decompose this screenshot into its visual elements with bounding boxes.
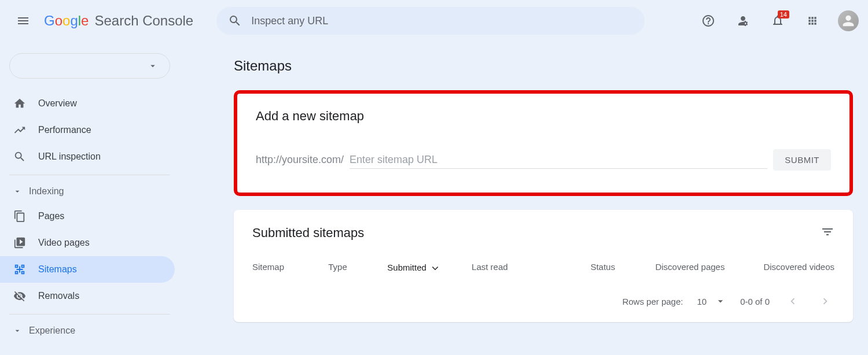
property-selector[interactable] xyxy=(9,53,170,79)
sidebar-section-experience[interactable]: Experience xyxy=(0,319,179,342)
trend-icon xyxy=(13,124,27,136)
users-icon[interactable] xyxy=(729,7,757,35)
sidebar-item-video-pages[interactable]: Video pages xyxy=(0,230,175,256)
avatar[interactable] xyxy=(838,10,859,31)
sidebar-section-indexing[interactable]: Indexing xyxy=(0,180,179,203)
url-prefix: http://yoursite.com/ xyxy=(256,154,344,166)
sidebar-item-overview[interactable]: Overview xyxy=(0,90,175,117)
chevron-down-icon xyxy=(13,187,22,196)
th-sitemap[interactable]: Sitemap xyxy=(252,262,328,272)
sidebar-item-label: URL inspection xyxy=(38,151,101,162)
sidebar-item-label: Performance xyxy=(38,125,91,135)
rows-per-page-select[interactable]: 10 xyxy=(697,295,726,307)
submitted-sitemaps-card: Submitted sitemaps Sitemap Type Submitte… xyxy=(234,210,853,322)
chevron-down-icon xyxy=(13,326,22,335)
sidebar-item-sitemaps[interactable]: Sitemaps xyxy=(0,256,175,283)
video-icon xyxy=(13,236,27,249)
add-sitemap-card: Add a new sitemap http://yoursite.com/ S… xyxy=(237,94,849,193)
table-footer: Rows per page: 10 0-0 of 0 xyxy=(252,282,834,314)
search-input[interactable]: Inspect any URL xyxy=(216,7,645,35)
sidebar-item-label: Pages xyxy=(38,211,64,221)
th-discovered-pages[interactable]: Discovered pages xyxy=(615,262,725,272)
sidebar-item-performance[interactable]: Performance xyxy=(0,117,175,143)
chevron-down-icon xyxy=(148,61,158,71)
submit-button[interactable]: SUBMIT xyxy=(773,149,831,171)
pagination-range: 0-0 of 0 xyxy=(740,297,770,306)
filter-icon[interactable] xyxy=(821,225,834,241)
sidebar-item-url-inspection[interactable]: URL inspection xyxy=(0,143,175,170)
arrow-down-icon xyxy=(430,262,440,272)
submitted-heading: Submitted sitemaps xyxy=(252,225,364,241)
menu-icon[interactable] xyxy=(9,7,37,35)
th-status[interactable]: Status xyxy=(547,262,615,272)
sidebar-item-pages[interactable]: Pages xyxy=(0,203,175,230)
page-title: Sitemaps xyxy=(234,58,853,74)
sidebar-item-label: Sitemaps xyxy=(38,264,77,275)
sidebar-item-label: Removals xyxy=(38,291,79,301)
pages-icon xyxy=(13,210,27,223)
home-icon xyxy=(13,97,27,110)
highlight-box: Add a new sitemap http://yoursite.com/ S… xyxy=(234,90,853,196)
th-last-read[interactable]: Last read xyxy=(472,262,547,272)
th-type[interactable]: Type xyxy=(328,262,387,272)
notification-badge: 14 xyxy=(778,10,789,19)
th-submitted[interactable]: Submitted xyxy=(387,262,472,272)
prev-page-button[interactable] xyxy=(784,292,802,310)
help-icon[interactable] xyxy=(694,7,722,35)
sidebar: Overview Performance URL inspection Inde… xyxy=(0,42,179,354)
search-icon xyxy=(13,150,27,163)
apps-icon[interactable] xyxy=(799,7,826,35)
sidebar-item-label: Overview xyxy=(38,98,77,109)
visibility-off-icon xyxy=(13,290,27,302)
notifications-icon[interactable]: 14 xyxy=(764,7,792,35)
header: Google Search Console Inspect any URL 14 xyxy=(0,0,868,42)
chevron-down-icon xyxy=(715,295,726,307)
search-icon xyxy=(228,14,242,28)
next-page-button[interactable] xyxy=(816,292,834,310)
table-header: Sitemap Type Submitted Last read Status … xyxy=(252,262,834,282)
google-logo: Google xyxy=(44,13,89,29)
add-sitemap-heading: Add a new sitemap xyxy=(256,109,831,124)
chevron-left-icon xyxy=(786,295,799,308)
rows-per-page-label: Rows per page: xyxy=(622,297,683,306)
logo[interactable]: Google Search Console xyxy=(44,13,193,29)
product-name: Search Console xyxy=(94,13,193,29)
main-content: Sitemaps Add a new sitemap http://yoursi… xyxy=(179,42,868,354)
chevron-right-icon xyxy=(819,295,832,308)
sidebar-item-removals[interactable]: Removals xyxy=(0,283,175,309)
sitemap-icon xyxy=(13,263,27,276)
th-discovered-videos[interactable]: Discovered videos xyxy=(724,262,834,272)
sidebar-item-label: Video pages xyxy=(38,238,90,248)
search-placeholder: Inspect any URL xyxy=(251,15,328,27)
sitemap-url-input[interactable] xyxy=(350,151,767,169)
